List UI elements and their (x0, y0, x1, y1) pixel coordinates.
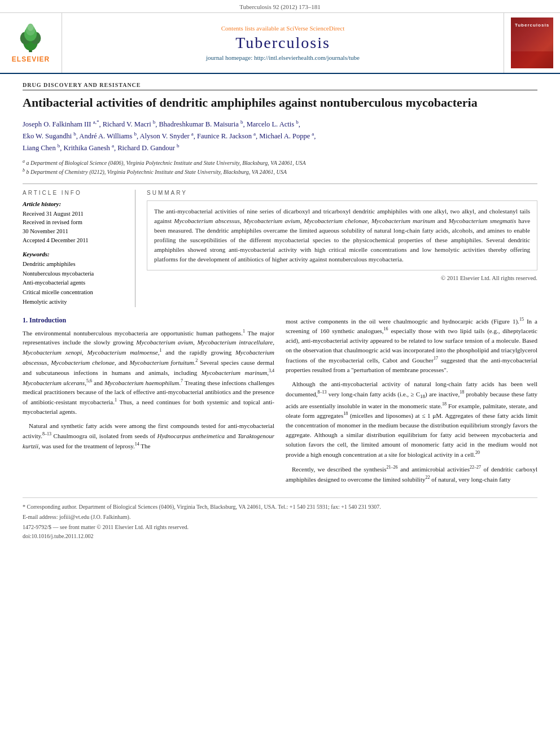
affiliations: a a Department of Biological Science (04… (23, 158, 537, 177)
intro-para-2: Natural and synthetic fatty acids were a… (23, 421, 274, 451)
authors-line: Joseph O. Falkinham III a,*, Richard V. … (23, 118, 537, 154)
corresponding-note: * Corresponding author. Department of Bi… (23, 503, 537, 511)
sciverse-link-text[interactable]: SciVerse ScienceDirect (286, 25, 344, 32)
journal-cover-area: Tuberculosis (504, 13, 560, 73)
right-para-3: Recently, we described the synthesis21–2… (286, 464, 537, 484)
summary-title: SUMMARY (147, 190, 537, 196)
summary-text: The anti-mycobacterial activities of nin… (154, 208, 530, 263)
email-note: E-mail address: jofiii@vt.edu (J.O. Falk… (23, 513, 537, 521)
keywords-label: Keywords: (23, 251, 127, 257)
journal-info-center: Contents lists available at SciVerse Sci… (62, 13, 504, 73)
intro-heading: 1. Introduction (23, 316, 274, 325)
intro-para-1: The environmental nontuberculous mycobac… (23, 328, 274, 417)
cover-title-text: Tuberculosis (515, 23, 549, 28)
affiliation-a: a a Department of Biological Science (04… (23, 158, 537, 167)
main-col-left: 1. Introduction The environmental nontub… (23, 316, 274, 489)
doi-line: doi:10.1016/j.tube.2011.12.002 (23, 533, 537, 539)
copyright-line: © 2011 Elsevier Ltd. All rights reserved… (147, 275, 537, 281)
article-info-title: ARTICLE INFO (23, 190, 127, 196)
right-para-1: most active components in the oil were c… (286, 316, 537, 375)
keyword-5: Hemolytic activity (23, 298, 127, 307)
keyword-4: Critical micelle concentration (23, 288, 127, 298)
article-footer: * Corresponding author. Department of Bi… (23, 497, 537, 539)
page-container: Tuberculosis 92 (2012) 173–181 ELSEVIER … (0, 0, 560, 551)
issn-line: 1472-9792/$ — see front matter © 2011 El… (23, 523, 537, 531)
journal-citation: Tuberculosis 92 (2012) 173–181 (0, 0, 560, 13)
summary-col: SUMMARY The anti-mycobacterial activitie… (147, 190, 537, 307)
main-col-right: most active components in the oil were c… (286, 316, 537, 489)
article-body: DRUG DISCOVERY AND RESISTANCE Antibacter… (0, 74, 560, 551)
received-1: Received 31 August 2011 (23, 209, 127, 219)
history-label: Article history: (23, 200, 127, 207)
citation-text: Tuberculosis 92 (2012) 173–181 (239, 3, 321, 10)
article-info-col: ARTICLE INFO Article history: Received 3… (23, 190, 135, 307)
main-text-area: 1. Introduction The environmental nontub… (23, 316, 537, 489)
right-para-2: Although the anti-mycobacterial activity… (286, 379, 537, 460)
journal-cover-thumbnail: Tuberculosis (511, 18, 553, 68)
journal-header: ELSEVIER Contents lists available at Sci… (0, 13, 560, 74)
received-revised: Received in revised form30 November 2011 (23, 218, 127, 236)
keyword-3: Anti-mycobacterial agents (23, 278, 127, 288)
journal-homepage: journal homepage: http://intl.elsevierhe… (73, 54, 492, 61)
keyword-2: Nontuberculous mycobacteria (23, 269, 127, 279)
section-tag: DRUG DISCOVERY AND RESISTANCE (23, 82, 537, 90)
sciverse-text: Contents lists available at SciVerse Sci… (73, 25, 492, 32)
elsevier-tree-icon (14, 23, 47, 54)
homepage-url[interactable]: http://intl.elsevierhealth.com/journals/… (254, 54, 360, 61)
affiliation-b: b b Department of Chemistry (0212), Virg… (23, 167, 537, 176)
elsevier-label: ELSEVIER (12, 55, 50, 63)
intro-text-left: The environmental nontuberculous mycobac… (23, 328, 274, 451)
elsevier-logo: ELSEVIER (12, 23, 50, 63)
summary-box: The anti-mycobacterial activities of nin… (147, 200, 537, 270)
elsevier-logo-area: ELSEVIER (0, 13, 62, 73)
accepted-date: Accepted 4 December 2011 (23, 236, 127, 245)
article-info-summary: ARTICLE INFO Article history: Received 3… (23, 184, 537, 307)
svg-point-6 (28, 24, 34, 31)
article-title: Antibacterial activities of dendritic am… (23, 95, 537, 111)
keyword-1: Dendritic amphiphiles (23, 260, 127, 269)
journal-title: Tuberculosis (73, 34, 492, 52)
intro-text-right: most active components in the oil were c… (286, 316, 537, 484)
